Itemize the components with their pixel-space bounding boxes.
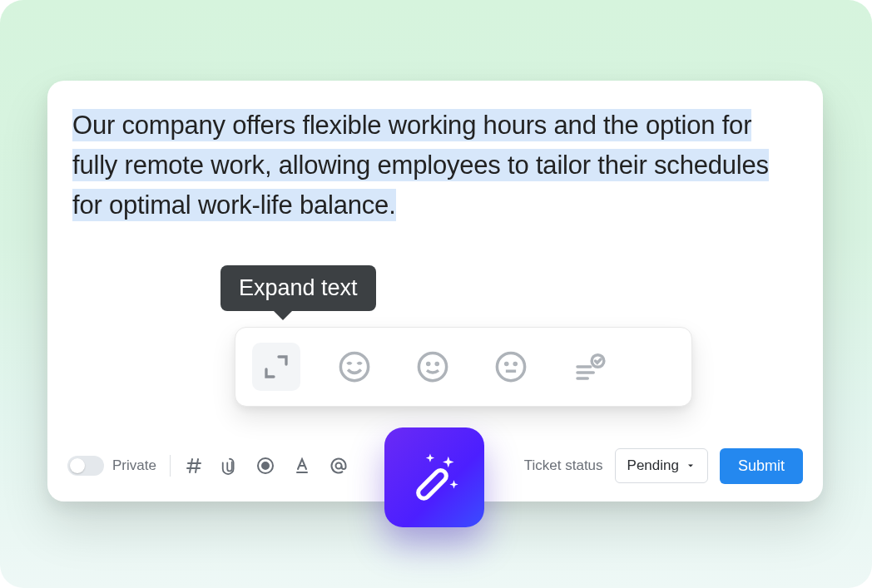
expand-text-button[interactable]: [252, 343, 300, 391]
svg-point-5: [506, 363, 508, 364]
svg-line-15: [196, 459, 198, 472]
svg-point-4: [497, 353, 524, 380]
hashtag-icon[interactable]: [184, 456, 204, 476]
magic-wand-icon: [399, 442, 469, 512]
expand-icon: [261, 352, 291, 382]
composer-text[interactable]: Our company offers flexible working hour…: [72, 106, 800, 225]
happy-face-icon: [337, 349, 372, 384]
record-icon[interactable]: [255, 456, 275, 476]
submit-button[interactable]: Submit: [720, 448, 803, 484]
tone-smile-button[interactable]: [409, 343, 457, 391]
svg-point-2: [428, 363, 429, 364]
attachment-icon[interactable]: [220, 456, 239, 476]
tone-formal-button[interactable]: [565, 343, 613, 391]
text-format-icon[interactable]: [292, 456, 312, 476]
svg-point-1: [419, 353, 446, 380]
svg-point-3: [436, 363, 438, 364]
svg-rect-21: [416, 468, 448, 501]
tooltip-expand-text: Expand text: [220, 265, 376, 311]
list-check-icon: [572, 349, 607, 384]
svg-point-20: [335, 463, 341, 469]
smile-face-icon: [415, 349, 450, 384]
tone-action-bar: [235, 327, 692, 407]
tooltip-label: Expand text: [239, 275, 358, 300]
ticket-status-label: Ticket status: [524, 457, 603, 474]
selected-text[interactable]: Our company offers flexible working hour…: [72, 109, 769, 221]
svg-line-14: [190, 459, 192, 472]
private-toggle[interactable]: [67, 456, 104, 476]
ticket-status-select[interactable]: Pending: [615, 448, 708, 483]
ticket-status-value: Pending: [627, 457, 679, 474]
mention-icon[interactable]: [329, 456, 349, 476]
chevron-down-icon: [686, 461, 696, 471]
svg-point-17: [262, 462, 269, 469]
private-label: Private: [112, 457, 156, 474]
ai-magic-button[interactable]: [384, 427, 484, 527]
neutral-face-icon: [493, 349, 528, 384]
tone-neutral-button[interactable]: [487, 343, 535, 391]
tone-happy-button[interactable]: [330, 343, 379, 391]
svg-point-0: [340, 353, 368, 380]
editor-tools: [184, 456, 349, 476]
submit-label: Submit: [738, 457, 785, 474]
separator: [170, 455, 171, 477]
svg-point-6: [514, 363, 516, 364]
app-canvas: Our company offers flexible working hour…: [0, 0, 872, 588]
